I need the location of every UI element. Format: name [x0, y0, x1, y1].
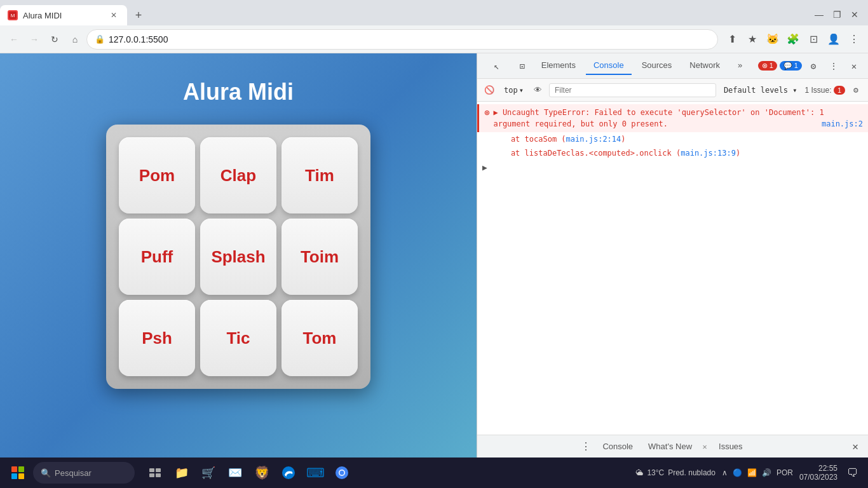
taskbar-icons: 📁 🛒 ✉️ 🦁 ⌨: [142, 460, 355, 485]
home-button[interactable]: ⌂: [66, 30, 84, 48]
taskbar-search[interactable]: 🔍 Pesquisar: [33, 462, 135, 484]
network-icon[interactable]: 📶: [746, 467, 758, 478]
taskbar-icon-chrome[interactable]: [329, 460, 355, 485]
taskbar-icon-vscode[interactable]: ⌨: [302, 460, 328, 485]
console-ban-icon[interactable]: 🚫: [482, 83, 496, 97]
volume-icon[interactable]: 🔊: [761, 467, 773, 478]
cat-extension-icon[interactable]: 🐱: [764, 30, 782, 48]
drum-key-label-tim: Tim: [305, 166, 334, 186]
start-icon-yellow: [18, 473, 24, 479]
weather-widget[interactable]: 🌥 13°C Pred. nublado: [635, 468, 715, 477]
context-selector[interactable]: top ▾: [500, 85, 527, 96]
sidebar-icon[interactable]: ⊡: [804, 30, 822, 48]
drum-key-label-tic: Tic: [226, 329, 250, 348]
drum-key-splash[interactable]: Splash: [200, 219, 276, 295]
clock[interactable]: 22:55 07/03/2023: [799, 464, 837, 482]
drum-key-psh[interactable]: Psh: [119, 300, 195, 376]
new-tab-button[interactable]: +: [130, 6, 147, 24]
console-filter-input[interactable]: [549, 83, 716, 97]
drum-key-label-tom: Tom: [303, 329, 337, 348]
stack-line-2: at listaDeTeclas.<computed>.onclick (mai…: [477, 146, 868, 160]
tab-more[interactable]: »: [730, 57, 750, 75]
address-bar: ← → ↻ ⌂ 🔒 127.0.0.1:5500 ⬆ ★ 🐱 🧩 ⊡ 👤 ⋮: [0, 25, 868, 53]
tab-close-button[interactable]: ✕: [108, 10, 119, 21]
bottom-tab-whatsnew[interactable]: What's New ✕: [642, 439, 710, 454]
active-tab[interactable]: M Alura MIDI ✕: [0, 5, 127, 25]
system-tray: ∧ 🔵 📶 🔊 POR: [721, 467, 794, 478]
tab-elements[interactable]: Elements: [534, 57, 583, 75]
drum-key-tic[interactable]: Tic: [200, 300, 276, 376]
language-indicator[interactable]: POR: [775, 467, 794, 478]
bottom-tab-issues[interactable]: Issues: [712, 439, 749, 454]
whatsnew-close-icon[interactable]: ✕: [700, 442, 710, 452]
lock-icon: 🔒: [95, 34, 105, 44]
drum-key-puff[interactable]: Puff: [119, 219, 195, 295]
taskbar-icon-mail[interactable]: ✉️: [222, 460, 248, 485]
browser-chrome: M Alura MIDI ✕ + — ❐ ✕ ← → ↻ ⌂ 🔒 127.0.0…: [0, 0, 868, 488]
taskbar-search-label: Pesquisar: [55, 468, 92, 478]
start-icon: [11, 466, 24, 479]
back-button[interactable]: ←: [5, 30, 23, 48]
svg-rect-3: [156, 468, 161, 472]
start-icon-red: [11, 466, 17, 472]
notification-button[interactable]: 🗨: [843, 463, 863, 483]
context-selector-label: top: [504, 86, 518, 95]
forward-button[interactable]: →: [25, 30, 43, 48]
bottom-tab-console-label[interactable]: Console: [596, 439, 639, 454]
error-message: ▶ Uncaught TypeError: Failed to execute …: [493, 107, 863, 130]
start-icon-blue: [11, 473, 17, 479]
bottom-tab-issues-label[interactable]: Issues: [712, 439, 749, 454]
error-entry: ⊗ ▶ Uncaught TypeError: Failed to execut…: [477, 104, 868, 132]
devtools-cursor-icon[interactable]: ↖: [487, 57, 505, 75]
devtools-responsive-icon[interactable]: ⊡: [513, 57, 531, 75]
devtools-bottom-bar: ⋮ Console What's New ✕ Issues ✕: [477, 435, 868, 458]
profile-icon[interactable]: 👤: [825, 30, 843, 48]
taskbar-icon-fileexplorer[interactable]: 📁: [169, 460, 194, 485]
maximize-button[interactable]: ❐: [829, 6, 845, 23]
tray-expand-icon[interactable]: ∧: [721, 467, 729, 478]
minimize-button[interactable]: —: [811, 6, 827, 23]
weather-icon: 🌥: [635, 468, 643, 477]
error-badge: ⊗ 1: [758, 61, 777, 71]
close-button[interactable]: ✕: [846, 6, 863, 23]
drum-key-label-psh: Psh: [142, 329, 172, 348]
share-icon[interactable]: ⬆: [723, 30, 741, 48]
console-settings-icon[interactable]: ⚙: [849, 83, 863, 97]
devtools-close-icon[interactable]: ✕: [845, 57, 863, 75]
context-selector-arrow: ▾: [519, 86, 524, 95]
menu-icon[interactable]: ⋮: [845, 30, 863, 48]
taskbar-icon-taskview[interactable]: [142, 460, 168, 485]
svg-rect-2: [149, 468, 154, 472]
weather-desc: Pred. nublado: [668, 468, 715, 477]
drum-key-tim[interactable]: Tim: [281, 137, 358, 214]
bottom-tab-console[interactable]: Console: [596, 439, 639, 454]
refresh-button[interactable]: ↻: [46, 30, 64, 48]
devtools-settings-icon[interactable]: ⚙: [804, 57, 822, 75]
bottom-tab-whatsnew-label[interactable]: What's New: [642, 439, 698, 454]
drum-key-pom[interactable]: Pom: [119, 137, 195, 214]
tab-sources[interactable]: Sources: [634, 57, 680, 75]
extensions-icon[interactable]: 🧩: [784, 30, 802, 48]
svg-rect-4: [149, 473, 154, 477]
drum-key-toim[interactable]: Toim: [281, 219, 358, 295]
taskbar-icon-edge[interactable]: [276, 460, 301, 485]
taskbar-icon-store[interactable]: 🛒: [196, 460, 221, 485]
url-bar[interactable]: 🔒 127.0.0.1:5500: [86, 29, 718, 50]
devtools-bottom-close-icon[interactable]: ✕: [848, 439, 863, 454]
taskbar-icon-brave[interactable]: 🦁: [249, 460, 275, 485]
stack-link-1[interactable]: main.js:2:14: [566, 135, 621, 144]
tab-console[interactable]: Console: [586, 57, 632, 75]
tray-icon-1[interactable]: 🔵: [731, 467, 743, 478]
drum-key-clap[interactable]: Clap: [200, 137, 276, 214]
devtools-three-dot-icon[interactable]: ⋮: [578, 439, 593, 454]
error-file-link[interactable]: main.js:2: [822, 119, 863, 128]
drum-key-tom[interactable]: Tom: [281, 300, 358, 376]
bookmark-icon[interactable]: ★: [743, 30, 761, 48]
eye-icon[interactable]: 👁: [531, 83, 545, 97]
levels-button[interactable]: Default levels ▾: [720, 85, 801, 96]
weather-temp: 13°C: [647, 468, 664, 477]
start-button[interactable]: [5, 460, 31, 485]
stack-link-2[interactable]: main.js:13:9: [681, 149, 736, 158]
devtools-vertical-dots-icon[interactable]: ⋮: [825, 57, 843, 75]
tab-network[interactable]: Network: [682, 57, 728, 75]
